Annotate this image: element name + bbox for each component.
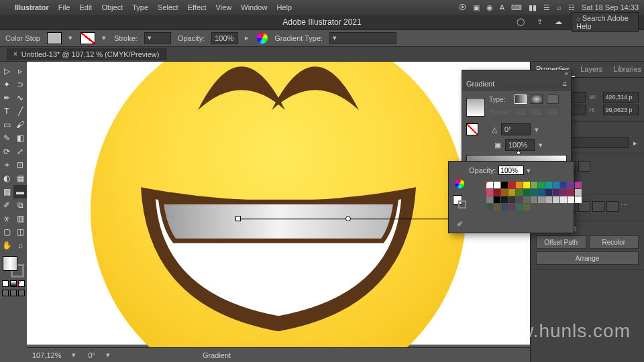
hand-tool[interactable]: ✋ (0, 239, 13, 252)
swatch-color[interactable] (516, 182, 523, 188)
play-icon[interactable]: ◉ (486, 3, 493, 12)
curvature-tool[interactable]: ∿ (13, 91, 27, 105)
gradient-tool[interactable]: ▬ (13, 185, 27, 198)
stroke-weight-field[interactable]: ▾ (144, 32, 171, 44)
line-tool[interactable]: ╱ (13, 105, 27, 118)
swatch-gray[interactable] (553, 196, 559, 203)
w-field[interactable]: 426,314 p (603, 92, 639, 103)
swatch-muted[interactable] (508, 204, 515, 210)
swatch-color[interactable] (486, 189, 493, 196)
swatch-color[interactable] (508, 182, 515, 188)
shape-builder-tool[interactable]: ◐ (0, 172, 13, 185)
swatch-muted[interactable] (494, 204, 500, 210)
gradtype-field[interactable]: ▾ (329, 32, 396, 44)
swatch-gray[interactable] (501, 196, 508, 203)
menu-type[interactable]: Type (132, 3, 148, 11)
swatch-gray[interactable] (538, 196, 545, 203)
swatch-none[interactable]: ⁄ (486, 182, 493, 188)
cloud-icon[interactable]: ☁ (553, 17, 564, 27)
pathfinder-exclude[interactable] (578, 161, 590, 172)
blend-tool[interactable]: ⧉ (13, 198, 27, 212)
app-name[interactable]: Illustrator (15, 3, 49, 11)
shaper-tool[interactable]: ✎ (0, 131, 13, 145)
perspective-tool[interactable]: ▦ (13, 172, 27, 185)
swatch-gray[interactable] (560, 196, 567, 203)
menu-help[interactable]: Help (276, 3, 292, 11)
lasso-tool[interactable]: ⊃ (13, 78, 27, 91)
keyboard-icon[interactable]: ⌨ (511, 3, 522, 12)
eyedropper-icon[interactable]: ✐ (455, 219, 464, 229)
swatch-muted[interactable] (501, 204, 508, 210)
gradient-panel-close-icon[interactable]: × (565, 70, 568, 77)
share-icon[interactable]: ⇪ (534, 17, 545, 27)
swatch-color[interactable] (553, 182, 559, 188)
color-mode-none[interactable]: ⁄ (18, 280, 25, 287)
swatch-color[interactable] (501, 182, 508, 188)
gradient-type-linear[interactable] (515, 95, 527, 104)
swatch-gray[interactable] (523, 196, 530, 203)
magic-wand-tool[interactable]: ✦ (0, 78, 13, 91)
swatch-opacity-field[interactable] (498, 166, 524, 175)
swatch-gray[interactable] (545, 196, 552, 203)
document-tab[interactable]: × Untitled-13* @ 107,12 % (CMYK/Preview) (7, 48, 166, 60)
eraser-tool[interactable]: ◧ (13, 131, 27, 145)
swatch-color[interactable] (560, 189, 567, 196)
screen-icon[interactable]: ▣ (473, 3, 480, 12)
pen-tool[interactable]: ✒ (0, 91, 13, 105)
zoom-value[interactable]: 107,12% (32, 351, 61, 359)
direct-selection-tool[interactable]: ▹ (13, 64, 27, 78)
draw-inside[interactable] (18, 290, 25, 296)
fill-indicator[interactable] (3, 256, 17, 271)
fill-stroke-indicator[interactable] (3, 256, 24, 278)
swatch-gray[interactable] (516, 196, 523, 203)
record-icon[interactable]: ⦿ (459, 3, 466, 11)
menu-select[interactable]: Select (158, 3, 178, 11)
gradient-type-freeform[interactable] (547, 95, 559, 104)
stroke-dropdown-icon[interactable]: ▾ (102, 34, 107, 42)
menu-effect[interactable]: Effect (188, 3, 207, 11)
gradient-stop-mid[interactable] (516, 150, 521, 156)
emoji-mouth[interactable] (127, 174, 429, 335)
type-tool[interactable]: T (0, 105, 13, 118)
opacity-field[interactable]: 100% (211, 32, 238, 44)
search-icon[interactable]: ⌕ (557, 3, 561, 11)
fill-stroke-mini[interactable] (453, 195, 466, 208)
menu-file[interactable]: File (58, 3, 70, 11)
artboard-tool[interactable]: ▢ (0, 225, 13, 239)
swatch-color[interactable] (486, 196, 493, 203)
swatch-color[interactable] (508, 189, 515, 196)
clock[interactable]: Sat 18 Sep 14:33 (582, 3, 639, 11)
stroke-swatch-none[interactable] (80, 32, 95, 44)
gradient-angle-field[interactable]: 0° (501, 123, 531, 135)
graph-tool[interactable]: ▥ (13, 212, 27, 225)
align-vcenter[interactable] (592, 201, 604, 212)
swatch-color[interactable] (545, 189, 552, 196)
opacity-arrow-icon[interactable]: ▸ (245, 34, 250, 42)
swatch-color[interactable] (553, 189, 559, 196)
mesh-tool[interactable]: ▩ (0, 185, 13, 198)
battery-icon[interactable]: ▮▮ (529, 3, 537, 12)
slice-tool[interactable]: ◫ (13, 225, 27, 239)
opacity-dropdown-icon[interactable]: ▾ (527, 166, 532, 175)
wifi-icon[interactable]: ☰ (543, 3, 550, 12)
user-icon[interactable]: ◯ (515, 17, 526, 27)
swatch-color[interactable] (531, 182, 537, 188)
draw-behind[interactable] (10, 290, 17, 296)
swatch-color[interactable] (575, 189, 582, 196)
offset-path-button[interactable]: Offset Path (536, 235, 586, 249)
swatch-gray[interactable] (531, 196, 537, 203)
align-bottom[interactable] (606, 201, 619, 212)
gradient-type-radial[interactable] (531, 95, 543, 104)
search-help[interactable]: ⌕ Search Adobe Help (572, 12, 639, 32)
swatch-gray[interactable] (508, 196, 515, 203)
swatch-muted[interactable] (516, 204, 523, 210)
gradient-mid-handle[interactable] (345, 216, 351, 221)
menu-object[interactable]: Object (101, 3, 123, 11)
swatch-color[interactable] (545, 182, 552, 188)
menu-view[interactable]: View (216, 3, 232, 11)
gradient-annotator[interactable] (238, 219, 453, 219)
gradient-start-handle[interactable] (235, 216, 241, 221)
color-wheel-icon[interactable] (455, 179, 464, 188)
swatch-color[interactable] (560, 182, 567, 188)
tab-layers[interactable]: Layers (575, 62, 608, 77)
